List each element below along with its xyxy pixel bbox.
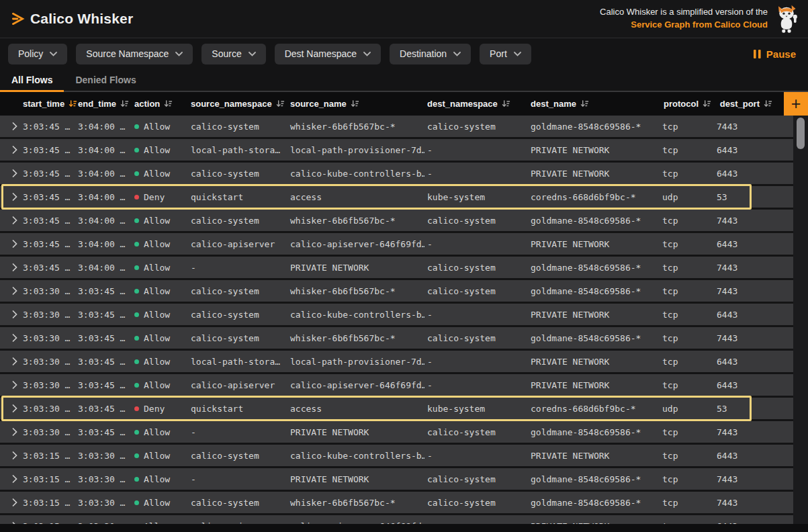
table-row[interactable]: 3:03:45 …3:04:00 …Allowcalico-systemwhis… — [0, 116, 793, 137]
sort-icon — [120, 99, 129, 108]
expand-caret-icon[interactable] — [0, 240, 20, 248]
tab-denied-flows[interactable]: Denied Flows — [64, 69, 147, 92]
cell-dest_port: 53 — [714, 404, 783, 414]
expand-caret-icon[interactable] — [0, 263, 20, 271]
expand-caret-icon[interactable] — [0, 498, 20, 506]
sort-icon — [502, 99, 510, 108]
expand-caret-icon[interactable] — [0, 169, 20, 177]
cell-end_time: 3:03:45 … — [75, 310, 132, 320]
table-row[interactable]: 3:03:15 …3:03:30 …Allowcalico-apiserverc… — [0, 515, 793, 524]
cell-action: Deny — [132, 404, 188, 414]
table-row[interactable]: 3:03:15 …3:03:30 …Allow-PRIVATE NETWORKc… — [0, 468, 793, 490]
cell-protocol: tcp — [660, 427, 714, 437]
table-row[interactable]: 3:03:45 …3:04:00 …Allowcalico-systemwhis… — [0, 210, 793, 231]
table-row[interactable]: 3:03:45 …3:04:00 …Allowcalico-systemcali… — [0, 163, 793, 184]
cell-action: Allow — [132, 263, 188, 273]
cell-protocol: tcp — [660, 169, 714, 179]
cell-dest_namespace: calico-system — [424, 263, 528, 273]
cell-start_time: 3:03:30 … — [20, 427, 75, 437]
table-row[interactable]: 3:03:15 …3:03:30 …Allowcalico-systemcali… — [0, 445, 793, 466]
tab-all-flows[interactable]: All Flows — [0, 69, 64, 92]
cell-protocol: tcp — [660, 498, 714, 508]
filter-button-policy[interactable]: Policy — [8, 44, 67, 64]
expand-caret-icon[interactable] — [0, 381, 20, 389]
filter-button-source[interactable]: Source — [201, 44, 265, 64]
table-row[interactable]: 3:03:30 …3:03:45 …Allowlocal-path-stora…… — [0, 351, 793, 372]
column-header-source_namespace[interactable]: source_namespace — [188, 99, 287, 109]
cell-dest_name: goldmane-8548c69586-* — [528, 263, 660, 273]
expand-caret-icon[interactable] — [0, 404, 20, 412]
column-header-dest_name[interactable]: dest_name — [528, 99, 660, 109]
expand-caret-icon[interactable] — [0, 310, 20, 318]
expand-caret-icon[interactable] — [0, 522, 20, 524]
cell-source_namespace: quickstart — [188, 404, 287, 414]
cell-start_time: 3:03:45 … — [20, 122, 75, 132]
table-row[interactable]: 3:03:30 …3:03:45 …Denyquickstartaccessku… — [0, 398, 793, 419]
cell-start_time: 3:03:45 … — [20, 263, 75, 273]
expand-caret-icon[interactable] — [0, 216, 20, 224]
cell-end_time: 3:03:45 … — [75, 357, 132, 367]
add-column-button[interactable]: + — [784, 92, 808, 116]
table-row[interactable]: 3:03:45 …3:04:00 …Allowlocal-path-stora…… — [0, 139, 793, 161]
cell-end_time: 3:03:45 … — [75, 427, 132, 437]
filter-button-port[interactable]: Port — [480, 44, 531, 64]
column-header-source_name[interactable]: source_name — [287, 99, 424, 109]
scrollbar-track[interactable] — [793, 116, 808, 524]
table-row[interactable]: 3:03:45 …3:04:00 …Allowcalico-apiserverc… — [0, 233, 793, 255]
filter-button-source-namespace[interactable]: Source Namespace — [76, 44, 193, 64]
column-header-label: source_name — [290, 99, 347, 109]
table-row[interactable]: 3:03:45 …3:04:00 …Allow-PRIVATE NETWORKc… — [0, 257, 793, 278]
service-graph-link[interactable]: Service Graph from Calico Cloud — [600, 19, 768, 32]
table-row[interactable]: 3:03:30 …3:03:45 …Allowcalico-apiserverc… — [0, 374, 793, 396]
cell-action: Allow — [132, 286, 188, 296]
cell-start_time: 3:03:30 … — [20, 333, 75, 343]
sort-icon — [764, 99, 772, 108]
cell-protocol: udp — [660, 192, 714, 202]
expand-caret-icon[interactable] — [0, 334, 20, 342]
column-header-dest_namespace[interactable]: dest_namespace — [424, 99, 528, 109]
deny-status-dot — [134, 195, 139, 200]
table-row[interactable]: 3:03:15 …3:03:30 …Allowcalico-systemwhis… — [0, 492, 793, 513]
expand-caret-icon[interactable] — [0, 122, 20, 130]
app-title: Calico Whisker — [30, 11, 133, 27]
table-row[interactable]: 3:03:30 …3:03:45 …Allowcalico-systemwhis… — [0, 280, 793, 302]
cell-protocol: tcp — [660, 216, 714, 226]
allow-status-dot — [134, 477, 139, 482]
expand-caret-icon[interactable] — [0, 357, 20, 365]
cell-source_namespace: calico-system — [188, 122, 287, 132]
action-label: Allow — [144, 498, 170, 508]
table-row[interactable]: 3:03:30 …3:03:45 …Allow-PRIVATE NETWORKc… — [0, 421, 793, 443]
cell-protocol: tcp — [660, 263, 714, 273]
column-header-dest_port[interactable]: dest_port — [714, 99, 783, 109]
expand-caret-icon[interactable] — [0, 287, 20, 295]
cell-source_name: local-path-provisioner-7d… — [287, 145, 424, 155]
scrollbar-thumb[interactable] — [797, 118, 805, 149]
column-header-protocol[interactable]: protocol — [660, 99, 714, 109]
pause-button[interactable]: Pause — [754, 48, 796, 60]
cell-dest_name: PRIVATE NETWORK — [528, 357, 660, 367]
column-header-action[interactable]: action — [132, 99, 188, 109]
cell-source_namespace: quickstart — [188, 192, 287, 202]
table-row[interactable]: 3:03:30 …3:03:45 …Allowcalico-systemcali… — [0, 304, 793, 325]
filter-button-destination[interactable]: Destination — [390, 44, 471, 64]
expand-caret-icon[interactable] — [0, 428, 20, 436]
allow-status-dot — [134, 218, 139, 223]
cell-protocol: tcp — [660, 451, 714, 461]
column-header-end_time[interactable]: end_time — [75, 99, 132, 109]
expand-caret-icon[interactable] — [0, 146, 20, 154]
expand-caret-icon[interactable] — [0, 475, 20, 483]
cell-dest_name: coredns-668d6bf9bc-* — [528, 404, 660, 414]
table-row[interactable]: 3:03:45 …3:04:00 …Denyquickstartaccessku… — [0, 186, 793, 208]
expand-caret-icon[interactable] — [0, 193, 20, 201]
cell-end_time: 3:04:00 … — [75, 263, 132, 273]
filter-button-dest-namespace[interactable]: Dest Namespace — [275, 44, 381, 64]
tagline-text: Calico Whisker is a simplified version o… — [600, 6, 768, 19]
cell-end_time: 3:04:00 … — [75, 239, 132, 249]
expand-caret-icon[interactable] — [0, 451, 20, 459]
cell-action: Deny — [132, 192, 188, 202]
sort-icon — [164, 99, 173, 108]
table-row[interactable]: 3:03:30 …3:03:45 …Allowcalico-systemwhis… — [0, 327, 793, 349]
column-header-start_time[interactable]: start_time — [20, 99, 75, 109]
cell-end_time: 3:04:00 … — [75, 192, 132, 202]
cell-dest_name: PRIVATE NETWORK — [528, 310, 660, 320]
